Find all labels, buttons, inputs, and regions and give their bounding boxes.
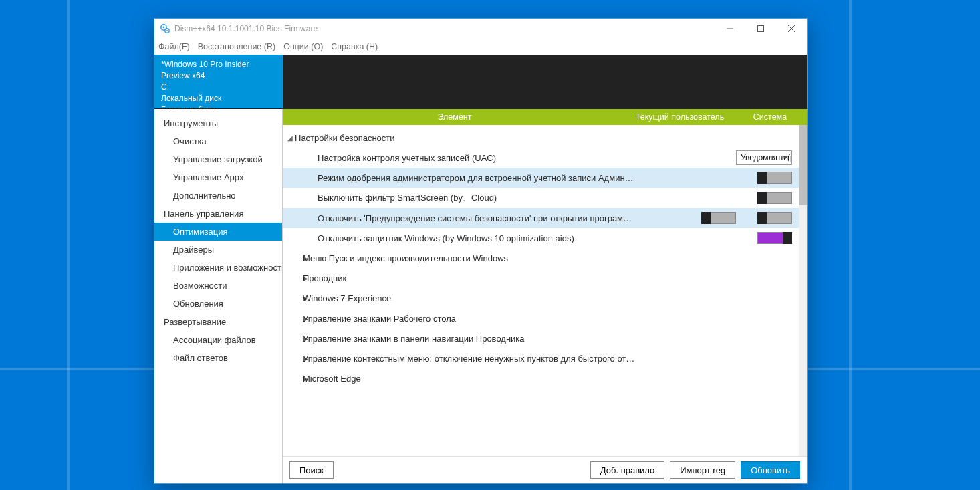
tree-row[interactable]: ▶Управление контекстным меню: отключение… (283, 348, 799, 368)
tree-label: Выключить фильтр SmartScreen (by、Cloud) (318, 192, 636, 204)
tree-row[interactable]: ▶Управление значками в панели навигации … (283, 328, 799, 348)
tree-label: Microsoft Edge (303, 374, 636, 384)
col-element: Элемент (283, 112, 626, 122)
toggle-switch[interactable] (757, 172, 792, 184)
title-bar[interactable]: Dism++x64 10.1.1001.10 Bios Firmware (154, 19, 807, 39)
tree-row[interactable]: ▶Меню Пуск и индекс производительности W… (283, 248, 799, 268)
caret-right-icon[interactable]: ▶ (283, 295, 303, 302)
caret-right-icon[interactable]: ▶ (283, 375, 303, 382)
tree-label: Настройки безопасности (295, 133, 636, 143)
tree-label: Управление значками в панели навигации П… (303, 334, 636, 344)
info-os: *Windows 10 Pro Insider Preview x64 (161, 59, 276, 82)
tree-row[interactable]: Отключить защитник Windows (by Windows 1… (283, 228, 799, 248)
settings-tree[interactable]: ◢Настройки безопасностиНастройка контрол… (283, 125, 799, 456)
tree-label: Windows 7 Experience (303, 293, 636, 303)
bottom-toolbar: Поиск Доб. правило Импорт reg Обновить (283, 457, 807, 483)
app-icon (160, 23, 170, 34)
tree-row[interactable]: ▶Microsoft Edge (283, 368, 799, 388)
tree-label: Настройка контроля учетных записей (UAC) (318, 153, 636, 163)
sidebar-item[interactable]: Управление загрузкой (154, 150, 282, 168)
tree-row[interactable]: Выключить фильтр SmartScreen (by、Cloud) (283, 188, 799, 208)
sidebar-item[interactable]: Ассоциации файлов (154, 331, 282, 349)
tree-label: Режим одобрения администратором для встр… (318, 173, 636, 183)
tree-row[interactable]: ▶Проводник (283, 268, 799, 288)
content-pane: Элемент Текущий пользователь Система ◢На… (283, 109, 807, 483)
toggle-switch[interactable] (757, 192, 792, 204)
scrollbar-thumb[interactable] (799, 125, 807, 205)
menu-help[interactable]: Справка (H) (331, 42, 378, 51)
tree-label: Управление значками Рабочего стола (303, 314, 636, 324)
sidebar-item[interactable]: Файл ответов (154, 349, 282, 367)
menu-restore[interactable]: Восстановление (R) (198, 42, 275, 51)
sidebar-item[interactable]: Оптимизация (154, 223, 282, 241)
caret-right-icon[interactable]: ▶ (283, 335, 303, 342)
tree-row[interactable]: Режим одобрения администратором для встр… (283, 168, 799, 188)
tree-row[interactable]: Отключить 'Предупреждение системы безопа… (283, 208, 799, 228)
sidebar-group: Инструменты (154, 114, 282, 132)
caret-right-icon[interactable]: ▶ (283, 315, 303, 322)
sidebar-item[interactable]: Приложения и возможности (154, 259, 282, 277)
system-info-panel[interactable]: *Windows 10 Pro Insider Preview x64 C: Л… (154, 55, 283, 108)
menu-options[interactable]: Опции (O) (283, 42, 323, 51)
caret-right-icon[interactable]: ▶ (283, 355, 303, 362)
toggle-switch-system[interactable] (757, 212, 792, 224)
sidebar: ИнструментыОчисткаУправление загрузкойУп… (154, 109, 283, 483)
info-drive: C: (161, 82, 276, 93)
toggle-switch[interactable] (757, 232, 792, 244)
add-rule-button[interactable]: Доб. правило (590, 461, 664, 479)
tree-row[interactable]: ▶Windows 7 Experience (283, 288, 799, 308)
import-reg-button[interactable]: Импорт reg (670, 461, 735, 479)
sidebar-item[interactable]: Очистка (154, 132, 282, 150)
refresh-button[interactable]: Обновить (741, 461, 800, 479)
sidebar-group: Развертывание (154, 313, 282, 331)
main-area: ИнструментыОчисткаУправление загрузкойУп… (154, 108, 807, 483)
svg-rect-5 (758, 26, 764, 32)
caret-right-icon[interactable]: ▶ (283, 255, 303, 262)
info-dark-area (283, 55, 807, 108)
tree-label: Отключить защитник Windows (by Windows 1… (318, 233, 636, 243)
sidebar-item[interactable]: Возможности (154, 277, 282, 295)
col-current-user: Текущий пользователь (626, 112, 733, 122)
tree-label: Управление контекстным меню: отключение … (303, 354, 636, 364)
column-header: Элемент Текущий пользователь Система (283, 109, 807, 125)
col-system: Система (733, 112, 807, 122)
sidebar-group: Панель управления (154, 205, 282, 223)
caret-down-icon[interactable]: ◢ (283, 134, 295, 142)
sidebar-item[interactable]: Управление Appx (154, 168, 282, 187)
menu-bar: Файл(F) Восстановление (R) Опции (O) Спр… (154, 39, 807, 55)
svg-point-1 (163, 27, 165, 29)
minimize-button[interactable] (715, 19, 745, 39)
search-button[interactable]: Поиск (289, 461, 334, 479)
sidebar-item[interactable]: Драйверы (154, 241, 282, 259)
tree-row[interactable]: ◢Настройки безопасности (283, 128, 799, 148)
toggle-switch-user[interactable] (701, 212, 736, 224)
app-window: Dism++x64 10.1.1001.10 Bios Firmware Фай… (154, 18, 808, 484)
uac-dropdown[interactable]: Уведомлять (реком (736, 150, 792, 165)
tree-row[interactable]: Настройка контроля учетных записей (UAC)… (283, 148, 799, 168)
tree-label: Меню Пуск и индекс производительности Wi… (303, 253, 636, 263)
menu-file[interactable]: Файл(F) (158, 42, 190, 51)
sidebar-item[interactable]: Обновления (154, 295, 282, 313)
sidebar-item[interactable]: Дополнительно (154, 187, 282, 205)
window-title: Dism++x64 10.1.1001.10 Bios Firmware (174, 24, 318, 33)
tree-label: Отключить 'Предупреждение системы безопа… (318, 213, 636, 223)
maximize-button[interactable] (745, 19, 776, 39)
tree-label: Проводник (303, 273, 636, 283)
close-button[interactable] (776, 19, 807, 39)
info-strip: *Windows 10 Pro Insider Preview x64 C: Л… (154, 55, 807, 108)
info-disk: Локальный диск (161, 93, 276, 104)
tree-row[interactable]: ▶Управление значками Рабочего стола (283, 308, 799, 328)
caret-right-icon[interactable]: ▶ (283, 275, 303, 282)
svg-point-3 (166, 30, 168, 31)
